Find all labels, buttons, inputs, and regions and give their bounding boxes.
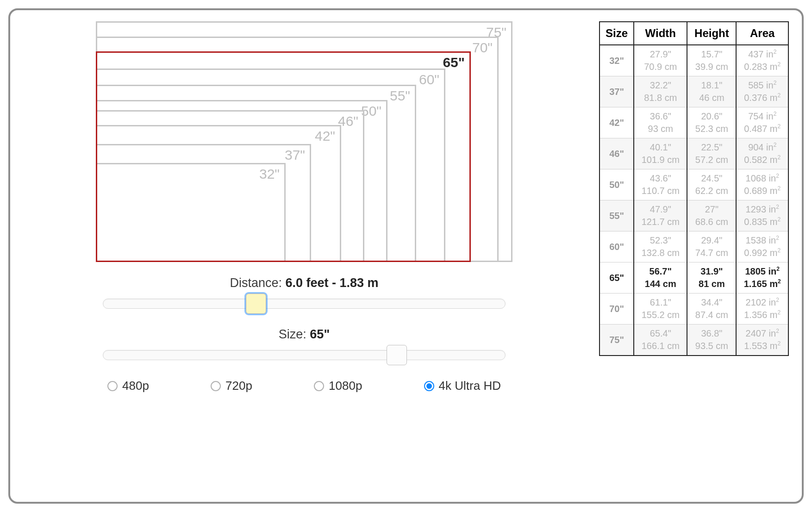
cell-height: 20.6"52.3 cm — [687, 107, 736, 138]
size-slider-thumb[interactable] — [387, 345, 407, 365]
cell-height: 27"68.6 cm — [687, 200, 736, 231]
col-size: Size — [600, 22, 634, 45]
radio-icon — [424, 381, 434, 391]
cell-area: 904 in20.582 m2 — [736, 138, 788, 169]
tv-size-diagram: 32"37"42"46"50"55"60"65"70"75" — [96, 21, 512, 262]
table-body: 32"27.9"70.9 cm15.7"39.9 cm437 in20.283 … — [600, 45, 788, 356]
cell-height: 36.8"93.5 cm — [687, 325, 736, 356]
distance-label: Distance: 6.0 feet - 1.83 m — [103, 276, 506, 290]
tv-box-label: 65" — [443, 55, 465, 70]
cell-area: 754 in20.487 m2 — [736, 107, 788, 138]
radio-icon — [211, 381, 221, 391]
cell-size: 60" — [600, 231, 634, 262]
table-row[interactable]: 42"36.6"93 cm20.6"52.3 cm754 in20.487 m2 — [600, 107, 788, 138]
size-slider[interactable] — [103, 350, 506, 360]
cell-area: 437 in20.283 m2 — [736, 45, 788, 76]
cell-height: 18.1"46 cm — [687, 76, 736, 107]
radio-icon — [314, 381, 324, 391]
size-prefix: Size: — [279, 327, 310, 341]
cell-size: 46" — [600, 138, 634, 169]
right-panel: Size Width Height Area 32"27.9"70.9 cm15… — [599, 21, 789, 491]
cell-area: 1805 in21.165 m2 — [736, 262, 788, 293]
cell-area: 585 in20.376 m2 — [736, 76, 788, 107]
cell-width: 56.7"144 cm — [634, 262, 687, 293]
distance-slider-thumb[interactable] — [246, 293, 266, 314]
cell-width: 65.4"166.1 cm — [634, 325, 687, 356]
col-width: Width — [634, 22, 687, 45]
controls: Distance: 6.0 feet - 1.83 m Size: 65" 48… — [103, 276, 506, 393]
cell-area: 2407 in21.553 m2 — [736, 325, 788, 356]
cell-height: 34.4"87.4 cm — [687, 293, 736, 325]
cell-width: 40.1"101.9 cm — [634, 138, 687, 169]
cell-width: 32.2"81.8 cm — [634, 76, 687, 107]
app-frame: 32"37"42"46"50"55"60"65"70"75" Distance:… — [8, 8, 804, 504]
cell-width: 27.9"70.9 cm — [634, 45, 687, 76]
distance-value: 6.0 feet - 1.83 m — [285, 276, 378, 290]
dimensions-table: Size Width Height Area 32"27.9"70.9 cm15… — [599, 21, 789, 356]
table-row[interactable]: 50"43.6"110.7 cm24.5"62.2 cm1068 in20.68… — [600, 169, 788, 200]
cell-height: 15.7"39.9 cm — [687, 45, 736, 76]
distance-slider[interactable] — [103, 299, 506, 309]
table-row[interactable]: 65"56.7"144 cm31.9"81 cm1805 in21.165 m2 — [600, 262, 788, 293]
table-row[interactable]: 32"27.9"70.9 cm15.7"39.9 cm437 in20.283 … — [600, 45, 788, 76]
table-row[interactable]: 37"32.2"81.8 cm18.1"46 cm585 in20.376 m2 — [600, 76, 788, 107]
table-row[interactable]: 55"47.9"121.7 cm27"68.6 cm1293 in20.835 … — [600, 200, 788, 231]
resolution-radio-group: 480p720p1080p4k Ultra HD — [103, 379, 506, 393]
radio-label: 480p — [122, 379, 149, 393]
resolution-option-720p[interactable]: 720p — [211, 379, 252, 393]
cell-size: 70" — [600, 293, 634, 325]
table-header-row: Size Width Height Area — [600, 22, 788, 45]
cell-area: 2102 in21.356 m2 — [736, 293, 788, 325]
table-row[interactable]: 60"52.3"132.8 cm29.4"74.7 cm1538 in20.99… — [600, 231, 788, 262]
col-area: Area — [736, 22, 788, 45]
cell-size: 65" — [600, 262, 634, 293]
cell-width: 43.6"110.7 cm — [634, 169, 687, 200]
radio-label: 1080p — [329, 379, 362, 393]
cell-width: 52.3"132.8 cm — [634, 231, 687, 262]
table-row[interactable]: 46"40.1"101.9 cm22.5"57.2 cm904 in20.582… — [600, 138, 788, 169]
cell-size: 42" — [600, 107, 634, 138]
distance-prefix: Distance: — [230, 276, 285, 290]
size-label: Size: 65" — [103, 327, 506, 342]
cell-width: 47.9"121.7 cm — [634, 200, 687, 231]
cell-size: 50" — [600, 169, 634, 200]
cell-area: 1068 in20.689 m2 — [736, 169, 788, 200]
table-row[interactable]: 75"65.4"166.1 cm36.8"93.5 cm2407 in21.55… — [600, 325, 788, 356]
resolution-option-480p[interactable]: 480p — [107, 379, 149, 393]
col-height: Height — [687, 22, 736, 45]
resolution-option-1080p[interactable]: 1080p — [314, 379, 362, 393]
radio-icon — [107, 381, 118, 391]
tv-box-label: 70" — [472, 40, 493, 56]
cell-size: 75" — [600, 325, 634, 356]
cell-width: 61.1"155.2 cm — [634, 293, 687, 325]
cell-area: 1538 in20.992 m2 — [736, 231, 788, 262]
table-row[interactable]: 70"61.1"155.2 cm34.4"87.4 cm2102 in21.35… — [600, 293, 788, 325]
cell-area: 1293 in20.835 m2 — [736, 200, 788, 231]
cell-width: 36.6"93 cm — [634, 107, 687, 138]
radio-label: 720p — [225, 379, 252, 393]
tv-box-65in[interactable]: 65" — [96, 51, 471, 262]
cell-height: 24.5"62.2 cm — [687, 169, 736, 200]
cell-height: 31.9"81 cm — [687, 262, 736, 293]
size-value: 65" — [310, 327, 330, 341]
cell-height: 22.5"57.2 cm — [687, 138, 736, 169]
cell-size: 37" — [600, 76, 634, 107]
left-panel: 32"37"42"46"50"55"60"65"70"75" Distance:… — [23, 21, 585, 491]
cell-size: 32" — [600, 45, 634, 76]
radio-label: 4k Ultra HD — [439, 379, 501, 393]
resolution-option-4k-ultra-hd[interactable]: 4k Ultra HD — [424, 379, 501, 393]
cell-size: 55" — [600, 200, 634, 231]
cell-height: 29.4"74.7 cm — [687, 231, 736, 262]
